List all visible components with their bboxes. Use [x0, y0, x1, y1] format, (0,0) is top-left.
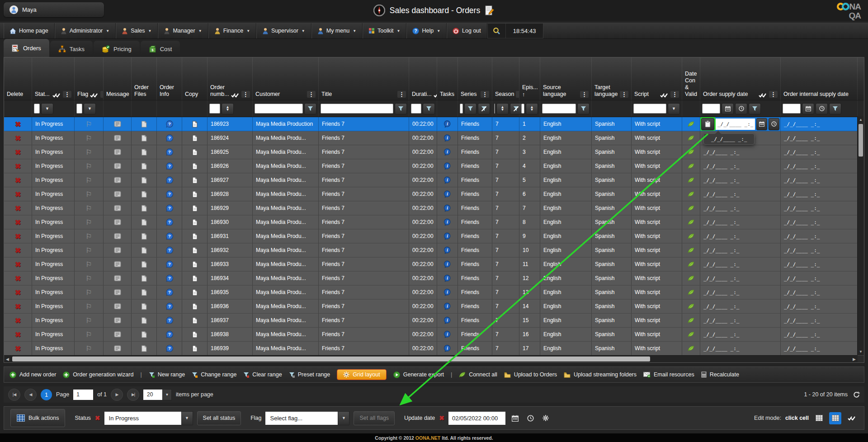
flag-icon[interactable]: ⚐	[85, 232, 92, 241]
cell-delete[interactable]: ✖	[4, 299, 32, 313]
cell-date_valid[interactable]	[682, 159, 700, 173]
cell-script[interactable]: With script	[632, 314, 682, 327]
cell-target_language[interactable]: Spanish	[592, 314, 632, 327]
cell-delete[interactable]: ✖	[4, 201, 32, 215]
cell-duration[interactable]: 00:22:00	[409, 173, 437, 187]
cell-title[interactable]: Friends 7	[319, 314, 409, 327]
column-header-delete[interactable]: Delete	[4, 57, 32, 100]
cell-copy[interactable]	[182, 201, 208, 215]
cell-script[interactable]: With script	[632, 159, 682, 173]
calendar-icon[interactable]	[722, 103, 734, 114]
cell-season[interactable]: 7	[492, 328, 519, 341]
clock-icon[interactable]	[735, 103, 747, 114]
table-row[interactable]: ✖In Progress⚐?186938Maya Media Produ...F…	[4, 328, 864, 342]
flag-icon[interactable]: ⚐	[85, 302, 92, 311]
clock-icon[interactable]	[816, 103, 828, 114]
cell-delete[interactable]: ✖	[4, 215, 32, 229]
gear-icon[interactable]	[540, 412, 552, 424]
toolbar-button-clear-range[interactable]: Clear range	[243, 371, 282, 378]
cell-message[interactable]	[104, 229, 132, 243]
filter-input[interactable]	[209, 104, 220, 114]
cell-target_language[interactable]: Spanish	[592, 285, 632, 299]
cell-target_language[interactable]: Spanish	[592, 299, 632, 313]
delete-icon[interactable]: ✖	[15, 120, 21, 128]
cell-episode[interactable]: 11	[519, 257, 540, 271]
cell-order_supply_date[interactable]: _/_/____ _:_	[700, 117, 781, 131]
horizontal-scrollbar[interactable]: ◀ ▶	[4, 355, 858, 362]
cell-episode[interactable]: 17	[519, 342, 540, 355]
cell-message[interactable]	[104, 131, 132, 145]
cell-target_language[interactable]: Spanish	[592, 215, 632, 229]
cell-duration[interactable]: 00:22:00	[409, 201, 437, 215]
toolbar-button-connect-all[interactable]: Connect all	[459, 371, 497, 378]
cell-duration[interactable]: 00:22:00	[409, 285, 437, 299]
tab-cost[interactable]: $Cost	[141, 41, 180, 57]
cell-customer[interactable]: Maya Media Produ...	[253, 131, 319, 145]
date-edit-input[interactable]: _/_/____ _:_	[716, 119, 755, 130]
column-header-tasks[interactable]: Tasks	[437, 57, 458, 100]
cell-script[interactable]: With script	[632, 299, 682, 313]
cell-episode[interactable]: 14	[519, 299, 540, 313]
column-header-status[interactable]: Stat...⋮	[32, 57, 75, 100]
cell-target_language[interactable]: Spanish	[592, 159, 632, 173]
cell-delete[interactable]: ✖	[4, 342, 32, 355]
cell-script[interactable]: With script	[632, 215, 682, 229]
filter-input[interactable]	[494, 104, 495, 114]
cell-order_internal_supply_date[interactable]: _/_/____ _:_	[781, 271, 858, 285]
cell-delete[interactable]: ✖	[4, 243, 32, 257]
cell-source_language[interactable]: English	[540, 145, 592, 159]
table-row[interactable]: ✖In Progress⚐?186925Maya Media Produ...F…	[4, 145, 864, 159]
cell-status[interactable]: In Progress	[32, 117, 75, 131]
cell-order_files[interactable]	[132, 342, 157, 355]
vertical-scrollbar-thumb[interactable]	[859, 124, 863, 157]
cell-order_number[interactable]: 186932	[208, 243, 253, 257]
table-row[interactable]: ✖In Progress⚐?186928Maya Media Produ...F…	[4, 187, 864, 201]
menu-item-my-menu[interactable]: My menu▼	[311, 23, 363, 38]
cell-status[interactable]: In Progress	[32, 285, 75, 299]
cell-season[interactable]: 7	[492, 257, 519, 271]
cell-title[interactable]: Friends 7	[319, 285, 409, 299]
cell-tasks[interactable]: i	[437, 285, 458, 299]
cell-order_files[interactable]	[132, 159, 157, 173]
menu-item-finance[interactable]: Finance▼	[208, 23, 256, 38]
column-header-series[interactable]: Series⋮	[458, 57, 492, 100]
cell-script[interactable]: With script	[632, 117, 682, 131]
cell-order_internal_supply_date[interactable]: _/_/____ _:_	[781, 117, 858, 131]
cell-message[interactable]	[104, 314, 132, 327]
filter-funnel-icon[interactable]	[423, 103, 435, 114]
cell-episode[interactable]: 5	[519, 173, 540, 187]
cell-flag[interactable]: ⚐	[75, 243, 104, 257]
column-header-title[interactable]: Title⋮	[319, 57, 409, 100]
cell-episode[interactable]: 16	[519, 328, 540, 341]
cell-title[interactable]: Friends 7	[319, 131, 409, 145]
flag-icon[interactable]: ⚐	[85, 190, 92, 199]
cell-tasks[interactable]: i	[437, 117, 458, 131]
cell-flag[interactable]: ⚐	[75, 117, 104, 131]
refresh-icon[interactable]	[853, 391, 860, 398]
cell-script[interactable]: With script	[632, 229, 682, 243]
cell-series[interactable]: Friends	[458, 314, 492, 327]
column-header-target_language[interactable]: Target language⋮	[592, 57, 632, 100]
cell-order_internal_supply_date[interactable]: _/_/____ _:_	[781, 131, 858, 145]
cell-title[interactable]: Friends 7	[319, 159, 409, 173]
clear-status-icon[interactable]: ✖	[95, 414, 100, 422]
cell-order_internal_supply_date[interactable]: _/_/____ _:_	[781, 285, 858, 299]
cell-customer[interactable]: Maya Media Produ...	[253, 285, 319, 299]
cell-order_info[interactable]: ?	[157, 159, 182, 173]
cell-order_info[interactable]: ?	[157, 271, 182, 285]
cell-flag[interactable]: ⚐	[75, 314, 104, 327]
cell-copy[interactable]	[182, 215, 208, 229]
menu-item-supervisor[interactable]: Supervisor▼	[256, 23, 311, 38]
cell-target_language[interactable]: Spanish	[592, 117, 632, 131]
double-check-icon[interactable]	[52, 93, 60, 98]
cell-duration[interactable]: 00:22:00	[409, 229, 437, 243]
flag-icon[interactable]: ⚐	[85, 260, 92, 269]
cell-season[interactable]: 7	[492, 173, 519, 187]
cell-series[interactable]: Friends	[458, 243, 492, 257]
cell-order_info[interactable]: ?	[157, 328, 182, 341]
cell-order_internal_supply_date[interactable]: _/_/____ _:_	[781, 328, 858, 341]
cell-source_language[interactable]: English	[540, 271, 592, 285]
cell-message[interactable]	[104, 187, 132, 201]
cell-order_internal_supply_date[interactable]: _/_/____ _:_	[781, 159, 858, 173]
column-header-order_supply_date[interactable]: Order supply date⋮	[700, 57, 781, 100]
